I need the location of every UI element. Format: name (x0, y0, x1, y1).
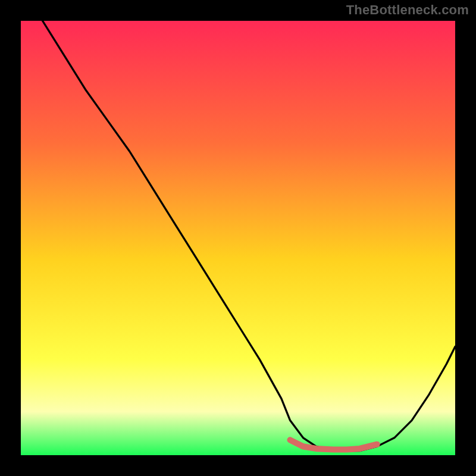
watermark-text: TheBottleneck.com (346, 2, 469, 18)
plot-svg (21, 21, 455, 455)
chart-stage: TheBottleneck.com (0, 0, 476, 476)
plot-background (21, 21, 455, 455)
